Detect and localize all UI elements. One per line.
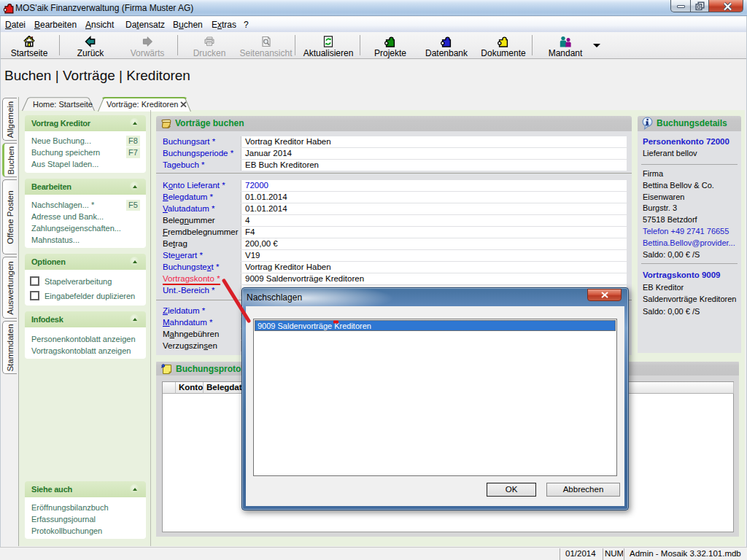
svg-text:Vorträge: Kreditoren: Vorträge: Kreditoren — [107, 100, 178, 109]
svg-text:Home: Startseite: Home: Startseite — [33, 100, 93, 109]
